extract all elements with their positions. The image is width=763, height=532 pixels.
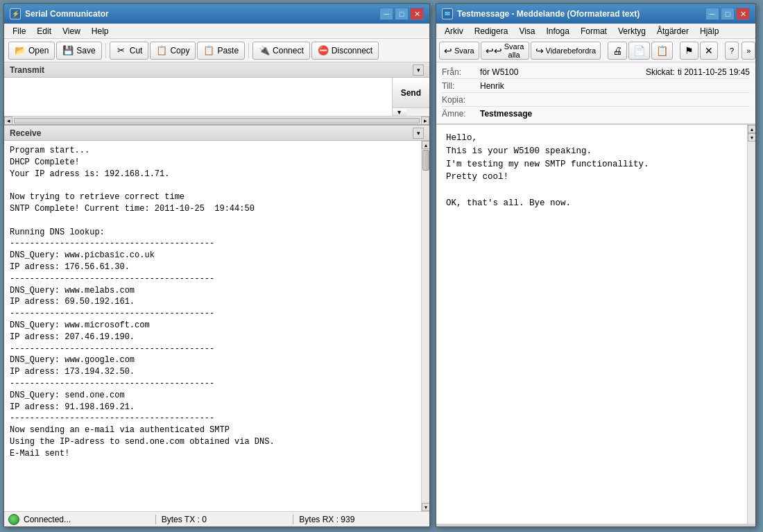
email-more-button[interactable]: » xyxy=(741,42,755,60)
scroll-right-button[interactable]: ▸ xyxy=(421,117,429,125)
email-maximize-button[interactable]: □ xyxy=(721,8,735,20)
cut-icon: ✂ xyxy=(116,45,127,56)
serial-menu-edit[interactable]: Edit xyxy=(31,25,57,37)
connect-icon: 🔌 xyxy=(259,45,270,56)
email-menu-atgarder[interactable]: Åtgärder xyxy=(651,25,694,37)
transmit-section: Transmit ▾ Send ▾ ◂ ▸ xyxy=(4,62,429,126)
receive-v-scrollbar[interactable]: ▴ ▾ xyxy=(421,141,429,511)
v-scrollbar-thumb[interactable] xyxy=(422,150,429,171)
receive-content: Program start... DHCP Complete! Your IP … xyxy=(4,141,429,511)
receive-header: Receive ▾ xyxy=(4,126,429,141)
cut-button[interactable]: ✂ Cut xyxy=(110,42,149,60)
print-button[interactable]: 🖨 xyxy=(608,42,627,60)
reply-button[interactable]: ↩ Svara xyxy=(439,42,479,60)
to-value: Henrik xyxy=(480,81,750,91)
titlebar-left: ⚡ Serial Communicator xyxy=(10,8,109,19)
serial-menu-file[interactable]: File xyxy=(7,25,31,37)
bytes-tx: Bytes TX : 0 xyxy=(162,515,288,524)
serial-minimize-button[interactable]: ─ xyxy=(379,8,393,20)
forward-icon: ↪ xyxy=(535,45,544,56)
email-tool-btn-3[interactable]: 📋 xyxy=(651,42,673,60)
email-menu-verktyg[interactable]: Verktyg xyxy=(612,25,651,37)
serial-maximize-button[interactable]: □ xyxy=(395,8,409,20)
email-minimize-button[interactable]: ─ xyxy=(705,8,719,20)
forward-button[interactable]: ↪ Vidarebefordra xyxy=(531,42,601,60)
receive-title: Receive xyxy=(10,128,41,138)
print-icon: 🖨 xyxy=(612,45,622,56)
email-scroll-down-button[interactable]: ▾ xyxy=(748,133,755,141)
toolbar-separator-1 xyxy=(105,43,106,58)
flag-button[interactable]: ⚑ xyxy=(680,42,698,60)
scroll-up-button[interactable]: ▴ xyxy=(422,141,429,149)
bytes-rx: Bytes RX : 939 xyxy=(299,515,425,524)
toolbar-separator-2 xyxy=(248,43,249,58)
h-scrollbar-track[interactable] xyxy=(14,118,420,123)
email-tool-btn-2[interactable]: 📄 xyxy=(628,42,650,60)
email-menu-bar: Arkiv Redigera Visa Infoga Format Verkty… xyxy=(436,24,755,39)
status-divider-1 xyxy=(155,515,156,524)
sent-value: ti 2011-10-25 19:45 xyxy=(678,67,750,77)
delete-icon: ✕ xyxy=(705,45,713,56)
email-resize-handle[interactable] xyxy=(436,524,755,526)
scroll-down-button[interactable]: ▾ xyxy=(422,503,429,511)
from-label: Från: xyxy=(442,67,480,77)
save-button[interactable]: 💾 Save xyxy=(56,42,101,60)
copy-icon: 📋 xyxy=(156,45,167,56)
transmit-collapse-button[interactable]: ▾ xyxy=(413,65,424,76)
email-body: Hello, This is your W5100 speaking. I'm … xyxy=(436,125,755,524)
serial-menu-view[interactable]: View xyxy=(57,25,86,37)
transmit-header: Transmit ▾ xyxy=(4,62,429,78)
email-menu-visa[interactable]: Visa xyxy=(513,25,540,37)
receive-section: Receive ▾ Program start... DHCP Complete… xyxy=(4,126,429,511)
transmit-h-scrollbar[interactable]: ◂ ▸ xyxy=(4,116,429,124)
scroll-left-button[interactable]: ◂ xyxy=(4,117,12,125)
save-icon: 💾 xyxy=(62,45,74,56)
serial-close-button[interactable]: ✕ xyxy=(410,8,424,20)
scrollbar-track xyxy=(422,171,429,503)
status-divider-2 xyxy=(293,515,293,524)
email-scroll-up-button[interactable]: ▴ xyxy=(748,125,755,133)
help-button[interactable]: ? xyxy=(725,42,739,60)
serial-app-icon: ⚡ xyxy=(10,8,21,19)
delete-button[interactable]: ✕ xyxy=(700,42,718,60)
connection-indicator xyxy=(8,514,19,525)
send-dropdown-button[interactable]: ▾ xyxy=(393,108,406,116)
email-titlebar-controls: ─ □ ✕ xyxy=(705,8,750,20)
transmit-input[interactable] xyxy=(4,78,392,116)
send-area: Send ▾ xyxy=(4,78,429,116)
email-menu-format[interactable]: Format xyxy=(575,25,612,37)
email-menu-infoga[interactable]: Infoga xyxy=(541,25,575,37)
paste-button[interactable]: 📋 Paste xyxy=(197,42,245,60)
send-button[interactable]: Send xyxy=(393,78,429,108)
connection-status: Connected... xyxy=(24,515,150,524)
subject-label: Ämne: xyxy=(442,109,480,119)
serial-menu-help[interactable]: Help xyxy=(86,25,114,37)
connect-button[interactable]: 🔌 Connect xyxy=(252,42,310,60)
subject-row: Ämne: Testmessage xyxy=(442,107,750,121)
reply-all-button[interactable]: ↩↩ Svara alla xyxy=(481,42,529,60)
serial-titlebar-controls: ─ □ ✕ xyxy=(379,8,424,20)
paste-icon: 📋 xyxy=(203,45,214,56)
transmit-controls: ▾ xyxy=(413,65,424,76)
subject-value: Testmessage xyxy=(480,109,750,119)
open-icon: 📂 xyxy=(15,45,26,56)
open-button[interactable]: 📂 Open xyxy=(8,42,55,60)
email-menu-redigera[interactable]: Redigera xyxy=(469,25,514,37)
cc-label: Kopia: xyxy=(442,95,480,105)
serial-window-title: Serial Communicator xyxy=(25,9,109,19)
disconnect-button[interactable]: ⛔ Disconnect xyxy=(311,42,379,60)
email-close-button[interactable]: ✕ xyxy=(736,8,750,20)
receive-collapse-button[interactable]: ▾ xyxy=(413,128,424,139)
email-menu-arkiv[interactable]: Arkiv xyxy=(439,25,469,37)
email-menu-hjalp[interactable]: Hjälp xyxy=(694,25,724,37)
serial-status-bar: Connected... Bytes TX : 0 Bytes RX : 939 xyxy=(4,511,429,526)
receive-controls: ▾ xyxy=(413,128,424,139)
from-value: för W5100 xyxy=(480,67,646,77)
serial-menu-bar: File Edit View Help xyxy=(4,24,429,39)
copy-button[interactable]: 📋 Copy xyxy=(150,42,196,60)
transmit-title: Transmit xyxy=(10,65,44,75)
from-row: Från: för W5100 Skickat: ti 2011-10-25 1… xyxy=(442,65,750,79)
reply-icon: ↩ xyxy=(444,45,452,56)
sent-label: Skickat: xyxy=(646,67,675,77)
email-v-scrollbar[interactable]: ▴ ▾ xyxy=(747,125,755,524)
